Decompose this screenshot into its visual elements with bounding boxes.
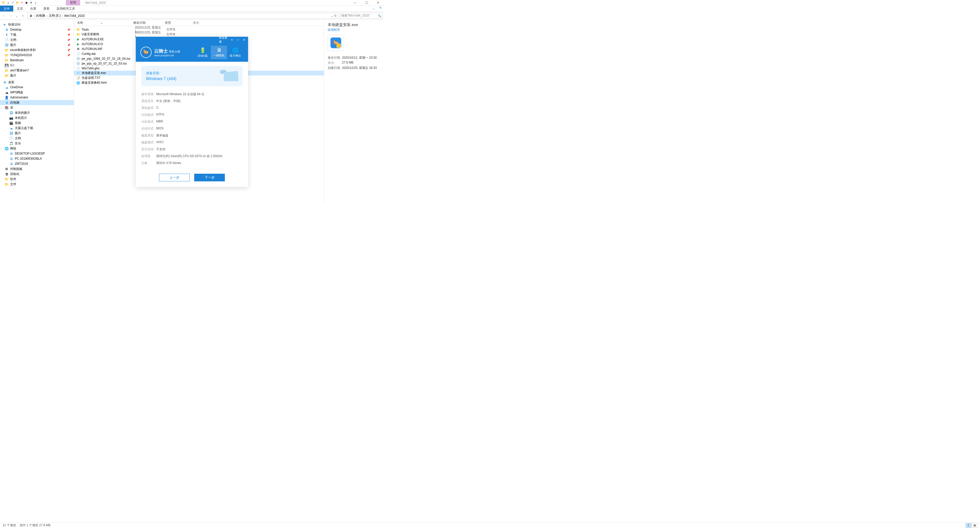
up-button[interactable]: ↑ <box>21 13 25 18</box>
ribbon-tab-home[interactable]: 主页 <box>13 6 27 11</box>
item-icon: 🖼 <box>9 131 13 135</box>
nav-item[interactable]: 🎵音乐 <box>0 141 74 146</box>
chevron-right-icon[interactable]: › <box>33 14 35 17</box>
column-headers: 名称▴ 修改日期 类型 大小 <box>74 20 324 26</box>
search-input[interactable]: 搜索"Win7x64_2020" 🔍 <box>340 13 383 19</box>
file-tab[interactable]: 文件 <box>0 6 13 11</box>
item-label: 软件 <box>10 177 16 181</box>
breadcrumb-part[interactable]: Win7x64_2020 <box>64 14 85 17</box>
nav-item[interactable]: 📁Bandicam <box>0 58 74 63</box>
nav-item[interactable]: 👤Administrator <box>0 95 74 100</box>
nav-item[interactable]: ☁天翼云盘下载 <box>0 125 74 131</box>
ribbon-tab-share[interactable]: 共享 <box>27 6 40 11</box>
info-label: 磁盘类型 <box>142 133 156 138</box>
ribbon-expand-icon[interactable]: ⌄ <box>370 6 377 11</box>
quick-access-root[interactable]: ★ 快速访问 <box>0 22 74 27</box>
nav-item[interactable]: ☁WPS网盘 <box>0 90 74 95</box>
nav-item[interactable]: 🖥此电脑 <box>0 100 74 105</box>
breadcrumb-part[interactable]: 文档 (E:) <box>48 14 61 18</box>
contact-link[interactable]: 联系客服 <box>137 36 228 44</box>
breadcrumb-part[interactable]: 此电脑 <box>35 14 46 18</box>
file-row[interactable]: 📁Tools2020/12/25, 星期五 1…文件夹 <box>74 27 324 32</box>
item-label: 音乐 <box>15 141 21 146</box>
dropdown-icon[interactable]: ▾ <box>29 1 33 5</box>
dialog-nav-item[interactable]: 🖥一键装机 <box>211 46 227 59</box>
nav-item[interactable]: 🖥ZMT2019 <box>0 161 74 166</box>
info-row: 启动方式BIOS <box>142 125 242 132</box>
nav-item[interactable]: 📁文件 <box>0 182 74 187</box>
nav-item[interactable]: 🖼保存的图片 <box>0 110 74 115</box>
pin-icon: 📌 <box>67 44 70 46</box>
detail-value: 2020/10/12, 星期一 15:30 <box>342 55 377 60</box>
nav-icon: 🖥 <box>211 47 227 53</box>
info-row: 分区格式NTFS <box>142 111 242 118</box>
column-type[interactable]: 类型 <box>165 21 193 25</box>
properties-icon[interactable]: ◉ <box>24 1 29 5</box>
info-value: AHCI <box>156 140 164 144</box>
maximize-button[interactable]: ☐ <box>361 0 372 6</box>
breadcrumb[interactable]: 🖥 › 此电脑 › 文档 (E:) › Win7x64_2020 ⌄ ↻ <box>27 13 339 19</box>
minimize-button[interactable]: — <box>349 0 361 6</box>
menu-icon[interactable]: ≡ <box>230 38 234 41</box>
folder-icon[interactable]: 📁 <box>15 1 19 5</box>
nav-item[interactable]: ⌄📚库 <box>0 105 74 110</box>
nav-item[interactable]: 🗑回收站 <box>0 171 74 176</box>
expand-icon[interactable]: ⌄ <box>0 106 3 109</box>
minimize-icon[interactable]: — <box>235 38 240 41</box>
close-button[interactable]: ✕ <box>372 0 384 6</box>
dialog-nav-item[interactable]: 🌐官方网址 <box>227 46 243 59</box>
nav-item[interactable]: 📄文档 <box>0 136 74 141</box>
back-button[interactable]: ← <box>2 13 7 18</box>
navigation-pane[interactable]: ★ 快速访问 🖥Desktop📌⬇下载📌📄文档📌🖼图片📌📁excel表格制作求和… <box>0 20 74 202</box>
desktop-label: 桌面 <box>8 80 14 84</box>
close-icon[interactable]: ✕ <box>20 1 24 5</box>
column-size[interactable]: 大小 <box>193 21 216 25</box>
nav-item[interactable]: 💾G:\ <box>0 63 74 68</box>
prev-button[interactable]: 上一步 <box>159 174 189 181</box>
recent-dropdown-icon[interactable]: ⌄ <box>14 13 19 18</box>
nav-item[interactable]: ☁OneDrive <box>0 85 74 90</box>
nav-item[interactable]: 📁软件 <box>0 176 74 182</box>
item-label: 文档 <box>10 38 16 42</box>
column-date[interactable]: 修改日期 <box>133 21 165 25</box>
nav-item[interactable]: ⌄🌐网络 <box>0 146 74 151</box>
nav-item[interactable]: 📁图片 <box>0 73 74 78</box>
forward-button[interactable]: → <box>8 13 13 18</box>
nav-item[interactable]: ⬇下载📌 <box>0 32 74 37</box>
item-label: 下载 <box>10 33 16 37</box>
chevron-right-icon[interactable]: › <box>61 14 64 17</box>
nav-item[interactable]: 📁excel表格制作求和📌 <box>0 48 74 52</box>
close-icon[interactable]: ✕ <box>242 38 247 41</box>
desktop-root[interactable]: 🖥 桌面 <box>0 79 74 85</box>
help-icon[interactable]: ?⃝ <box>377 6 384 11</box>
nav-item[interactable]: 🖼图片📌 <box>0 42 74 48</box>
ribbon-tab-view[interactable]: 查看 <box>40 6 53 11</box>
search-icon[interactable]: 🔍 <box>378 14 382 17</box>
ribbon-tab-apptools[interactable]: 应用程序工具 <box>53 6 79 11</box>
expand-icon[interactable]: ⌄ <box>0 147 3 150</box>
nav-item[interactable]: 🖥DESKTOP-LSSOEDP <box>0 151 74 156</box>
chevron-right-icon[interactable]: › <box>46 14 48 17</box>
item-label: Desktop <box>10 28 21 32</box>
column-name[interactable]: 名称▴ <box>74 21 133 25</box>
detail-label: 修改日期: <box>328 55 342 60</box>
nav-item[interactable]: 🖼图片 <box>0 131 74 136</box>
nav-item[interactable]: 🖥PC-20190530OBLA <box>0 156 74 161</box>
nav-item[interactable]: 📁win7重装win7 <box>0 68 74 73</box>
nav-item[interactable]: 📁YUNQISHI2019📌 <box>0 52 74 58</box>
refresh-dropdown-icon[interactable]: ⌄ ↻ <box>330 14 338 17</box>
nav-item[interactable]: 📷本机照片 <box>0 115 74 121</box>
manage-context-tab[interactable]: 管理 <box>66 0 80 5</box>
nav-item[interactable]: 📄文档📌 <box>0 37 74 42</box>
dialog-titlebar[interactable]: 联系客服 ≡ — ✕ <box>136 37 248 43</box>
dialog-nav-item[interactable]: 🔋启动U盘 <box>194 46 211 59</box>
nav-item[interactable]: 🖥Desktop📌 <box>0 27 74 32</box>
details-title: 本地硬盘安装.exe <box>328 22 380 27</box>
item-icon: 🎬 <box>9 121 13 125</box>
check-icon[interactable]: ✔ <box>11 1 15 5</box>
next-button[interactable]: 下一步 <box>194 174 225 181</box>
item-icon: 📁 <box>5 177 9 181</box>
nav-item[interactable]: ⚙控制面板 <box>0 166 74 171</box>
file-name: Config.dat <box>82 52 135 55</box>
nav-item[interactable]: 🎬视频 <box>0 121 74 125</box>
